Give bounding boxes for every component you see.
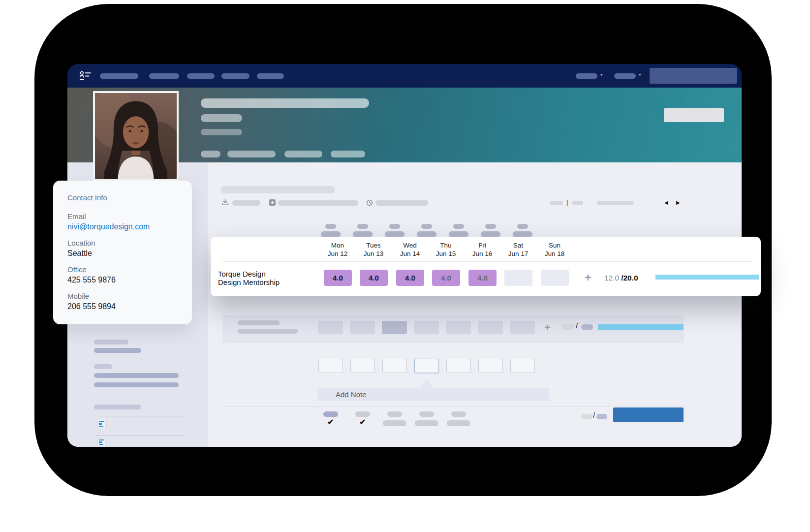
approved-check-icon: ✔ bbox=[355, 417, 370, 427]
sidebar-text-placeholder bbox=[94, 348, 141, 353]
profile-photo bbox=[93, 91, 179, 181]
timesheet-entry-popup: MonJun 12 TuesJun 13 WedJun 14 ThuJun 15… bbox=[211, 237, 761, 296]
timesheet-cell-placeholder[interactable] bbox=[446, 321, 471, 334]
day-status-placeholder bbox=[451, 411, 466, 417]
sidebar-divider bbox=[96, 416, 185, 416]
hour-input[interactable] bbox=[478, 359, 503, 373]
hero-meta-placeholder bbox=[284, 151, 322, 157]
day-header-placeholder bbox=[321, 224, 341, 237]
hero-title-placeholder bbox=[201, 114, 242, 122]
hours-cell[interactable]: 4.0 bbox=[432, 270, 460, 286]
day-header: SatJun 17 bbox=[498, 241, 539, 258]
nav-user-dropdown-placeholder[interactable] bbox=[576, 73, 597, 79]
timesheet-cell-placeholder[interactable] bbox=[318, 321, 343, 334]
day-status-placeholder bbox=[323, 411, 338, 417]
day-header-placeholder bbox=[481, 224, 500, 237]
day-header-placeholder bbox=[353, 224, 373, 237]
previous-week-arrow[interactable]: ◀ bbox=[664, 200, 668, 205]
pending-status-placeholder bbox=[447, 420, 470, 426]
hero-meta-placeholder bbox=[227, 151, 276, 157]
date-range-placeholder bbox=[597, 201, 633, 205]
global-search-input[interactable] bbox=[650, 68, 737, 84]
hour-input[interactable] bbox=[446, 359, 471, 373]
hours-capacity: /20.0 bbox=[621, 274, 638, 282]
add-note-input[interactable]: Add Note bbox=[317, 388, 549, 401]
toolbar-label-placeholder bbox=[232, 200, 260, 206]
day-header-placeholder bbox=[513, 224, 532, 237]
timesheet-cell-placeholder[interactable] bbox=[414, 321, 439, 334]
sidebar-text-placeholder bbox=[94, 373, 179, 378]
day-header: TuesJun 13 bbox=[353, 241, 394, 258]
hours-cell[interactable]: 4.0 bbox=[324, 270, 352, 286]
hero-meta-placeholder bbox=[331, 151, 365, 157]
nav-menu-item-placeholder[interactable] bbox=[149, 73, 179, 79]
hour-input[interactable] bbox=[382, 359, 407, 373]
section-title-placeholder bbox=[220, 186, 335, 193]
hours-cell-empty[interactable] bbox=[541, 270, 569, 286]
section-divider bbox=[222, 407, 684, 407]
day-status-placeholder bbox=[419, 411, 434, 417]
timesheet-cell-placeholder[interactable] bbox=[510, 321, 535, 334]
day-header-placeholder bbox=[385, 224, 405, 237]
nav-menu-item-placeholder[interactable] bbox=[257, 73, 284, 79]
hour-input[interactable] bbox=[318, 359, 343, 373]
toolbar-separator: | bbox=[566, 198, 568, 206]
timesheet-cell-placeholder[interactable] bbox=[478, 321, 503, 334]
hours-cell[interactable]: 4.0 bbox=[468, 270, 497, 286]
people-list-icon[interactable] bbox=[79, 70, 92, 81]
contact-info-card: Contact Info Email nivi@torquedesign.com… bbox=[53, 181, 192, 324]
fraction-slash: / bbox=[576, 321, 578, 330]
location-value: Seattle bbox=[67, 249, 182, 258]
add-entry-icon[interactable]: + bbox=[581, 270, 595, 286]
nav-menu-item-placeholder[interactable] bbox=[100, 73, 138, 79]
clock-icon[interactable] bbox=[366, 199, 373, 206]
capacity-hours-placeholder bbox=[581, 324, 593, 330]
timesheet-cell-placeholder[interactable] bbox=[350, 321, 375, 334]
toolbar-label-placeholder bbox=[375, 200, 428, 206]
pending-status-placeholder bbox=[383, 420, 406, 426]
page-indicator-placeholder bbox=[572, 201, 583, 205]
top-nav: ▾ ▾ bbox=[67, 64, 742, 88]
mobile-value: 206 555 9894 bbox=[67, 302, 182, 311]
document-attachment-icon[interactable] bbox=[97, 420, 106, 428]
sidebar-divider bbox=[96, 435, 185, 436]
day-header: FriJun 16 bbox=[462, 241, 503, 258]
timesheet-cell-placeholder-selected[interactable] bbox=[382, 321, 407, 334]
location-label: Location bbox=[67, 239, 182, 247]
sidebar-text-placeholder bbox=[94, 405, 141, 409]
nav-account-dropdown-placeholder[interactable] bbox=[614, 73, 636, 79]
add-icon[interactable]: + bbox=[269, 199, 276, 206]
page-indicator-placeholder bbox=[550, 201, 563, 205]
hour-input[interactable] bbox=[510, 359, 535, 373]
hours-progress-bar bbox=[598, 324, 684, 330]
popup-divider bbox=[222, 261, 752, 262]
hour-input[interactable] bbox=[350, 359, 375, 373]
nav-menu-item-placeholder[interactable] bbox=[221, 73, 249, 79]
screenshot-canvas: ▾ ▾ + | ◀ ▶ bbox=[0, 0, 810, 532]
hours-progress-bar bbox=[655, 275, 759, 280]
hours-cell-empty[interactable] bbox=[504, 270, 532, 286]
chevron-down-icon: ▾ bbox=[639, 72, 641, 77]
email-link[interactable]: nivi@torquedesign.com bbox=[67, 222, 182, 231]
document-attachment-icon[interactable] bbox=[97, 438, 106, 446]
download-icon[interactable] bbox=[221, 199, 229, 206]
fraction-slash: / bbox=[593, 411, 595, 419]
day-header-placeholder bbox=[449, 224, 468, 237]
hero-meta-placeholder bbox=[201, 151, 220, 157]
row-label-placeholder bbox=[238, 329, 298, 334]
hour-input-focused[interactable] bbox=[414, 359, 439, 373]
day-header: ThuJun 15 bbox=[425, 241, 467, 258]
email-label: Email bbox=[67, 212, 182, 220]
hours-cell[interactable]: 4.0 bbox=[360, 270, 388, 286]
mobile-label: Mobile bbox=[67, 292, 182, 300]
hero-action-button[interactable] bbox=[664, 108, 724, 122]
toolbar-label-placeholder bbox=[278, 200, 358, 206]
hours-cell[interactable]: 4.0 bbox=[396, 270, 424, 286]
sidebar-text-placeholder bbox=[94, 340, 128, 344]
day-header: WedJun 14 bbox=[389, 241, 431, 258]
add-entry-icon[interactable]: + bbox=[541, 321, 553, 334]
submit-button[interactable] bbox=[613, 407, 684, 422]
next-week-arrow[interactable]: ▶ bbox=[676, 200, 680, 205]
nav-menu-item-placeholder[interactable] bbox=[187, 73, 215, 79]
hero-name-placeholder bbox=[201, 98, 369, 108]
